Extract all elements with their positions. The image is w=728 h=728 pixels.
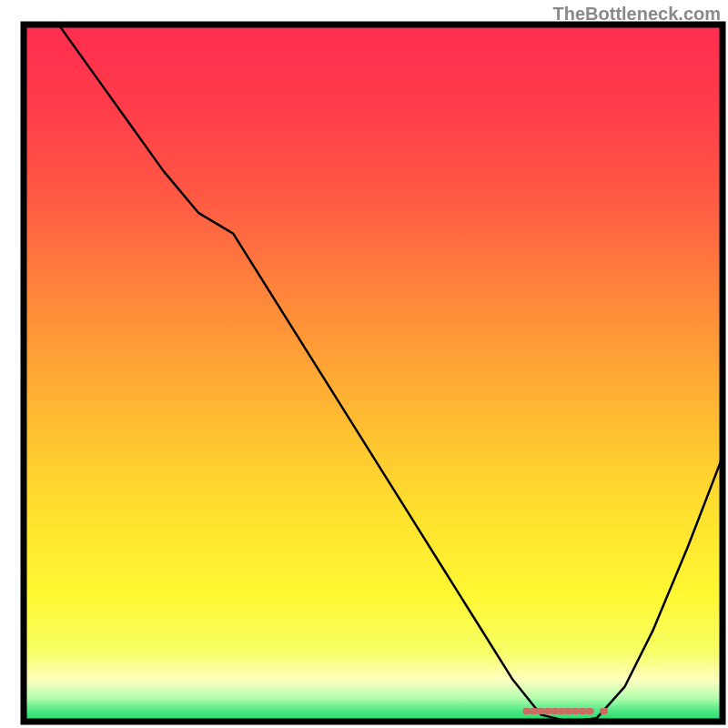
svg-rect-9 <box>586 708 594 714</box>
svg-rect-4 <box>551 708 559 714</box>
bottleneck-chart <box>0 0 728 728</box>
svg-rect-7 <box>571 708 580 714</box>
svg-rect-6 <box>565 708 573 714</box>
attribution-text: TheBottleneck.com <box>553 4 721 25</box>
svg-rect-0 <box>522 708 531 714</box>
chart-container: TheBottleneck.com <box>0 0 728 728</box>
svg-rect-1 <box>530 708 538 714</box>
svg-rect-10 <box>600 708 608 714</box>
gradient-background <box>24 25 723 722</box>
svg-rect-2 <box>537 708 545 714</box>
svg-rect-8 <box>579 708 587 714</box>
svg-rect-5 <box>558 708 566 714</box>
svg-rect-3 <box>544 708 552 714</box>
